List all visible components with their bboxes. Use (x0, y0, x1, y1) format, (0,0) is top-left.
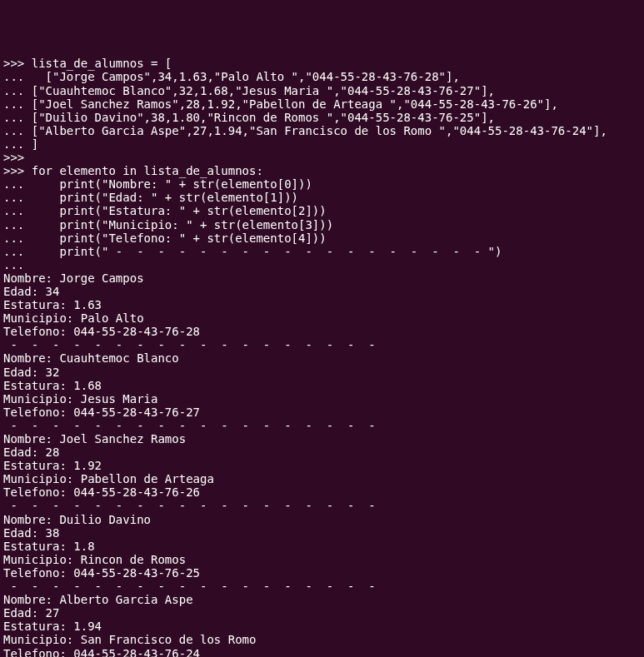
terminal-line: Nombre: Duilio Davino (3, 513, 641, 526)
terminal-line: Edad: 28 (3, 445, 641, 459)
terminal-line: ... ["Duilio Davino",38,1.80,"Rincon de … (3, 111, 641, 124)
terminal-line: Edad: 32 (3, 366, 641, 379)
terminal-line: ... print("Telefono: " + str(elemento[4]… (3, 231, 641, 245)
terminal-line: ... (3, 258, 641, 271)
terminal-line: Telefono: 044-55-28-43-76-26 (3, 485, 641, 499)
terminal-line: Estatura: 1.92 (3, 459, 641, 472)
terminal-line: Municipio: Pabellon de Arteaga (3, 472, 641, 485)
terminal-line: - - - - - - - - - - - - - - - - - - (3, 580, 641, 593)
terminal-line: Estatura: 1.63 (3, 298, 641, 311)
terminal-line: Nombre: Cuauhtemoc Blanco (3, 351, 641, 365)
terminal-line: ... ["Joel Sanchez Ramos",28,1.92,"Pabel… (3, 97, 641, 111)
terminal-line: Nombre: Joel Sanchez Ramos (3, 432, 641, 445)
terminal-line: Edad: 34 (3, 285, 641, 298)
terminal-line: Estatura: 1.94 (3, 620, 641, 633)
terminal-line: Edad: 27 (3, 606, 641, 620)
terminal-line: Estatura: 1.8 (3, 540, 641, 553)
terminal-line: >>> for elemento in lista_de_alumnos: (3, 164, 641, 177)
terminal-line: ... ["Alberto Garcia Aspe",27,1.94,"San … (3, 124, 641, 137)
terminal-line: >>> (3, 151, 641, 164)
terminal-line: Municipio: San Francisco de los Romo (3, 633, 641, 646)
terminal-line: Telefono: 044-55-28-43-76-25 (3, 566, 641, 580)
terminal-line: Telefono: 044-55-28-43-76-27 (3, 406, 641, 419)
terminal-line: Nombre: Jorge Campos (3, 271, 641, 285)
terminal-line: Municipio: Palo Alto (3, 311, 641, 325)
terminal-line: - - - - - - - - - - - - - - - - - - (3, 338, 641, 351)
terminal-line: Estatura: 1.68 (3, 379, 641, 392)
terminal-line: ... print("Estatura: " + str(elemento[2]… (3, 204, 641, 217)
terminal-line: ... ["Cuauhtemoc Blanco",32,1.68,"Jesus … (3, 84, 641, 97)
terminal-line: ... print("Nombre: " + str(elemento[0])) (3, 177, 641, 191)
terminal-line: Nombre: Alberto Garcia Aspe (3, 593, 641, 606)
terminal-line: ... print(" - - - - - - - - - - - - - - … (3, 245, 641, 258)
terminal-line: ... ["Jorge Campos",34,1.63,"Palo Alto "… (3, 70, 641, 83)
terminal-line: Edad: 38 (3, 526, 641, 540)
terminal-line: - - - - - - - - - - - - - - - - - - (3, 499, 641, 512)
terminal-line: ... print("Municipio: " + str(elemento[3… (3, 218, 641, 231)
terminal-output[interactable]: >>> lista_de_alumnos = [... ["Jorge Camp… (3, 57, 641, 657)
terminal-line: Municipio: Jesus Maria (3, 392, 641, 406)
terminal-line: ... ] (3, 137, 641, 151)
terminal-line: Telefono: 044-55-28-43-76-28 (3, 325, 641, 338)
terminal-line: >>> lista_de_alumnos = [ (3, 57, 641, 70)
terminal-line: - - - - - - - - - - - - - - - - - - (3, 419, 641, 432)
terminal-line: Municipio: Rincon de Romos (3, 553, 641, 566)
terminal-line: ... print("Edad: " + str(elemento[1])) (3, 191, 641, 204)
terminal-line: Telefono: 044-55-28-43-76-24 (3, 647, 641, 658)
